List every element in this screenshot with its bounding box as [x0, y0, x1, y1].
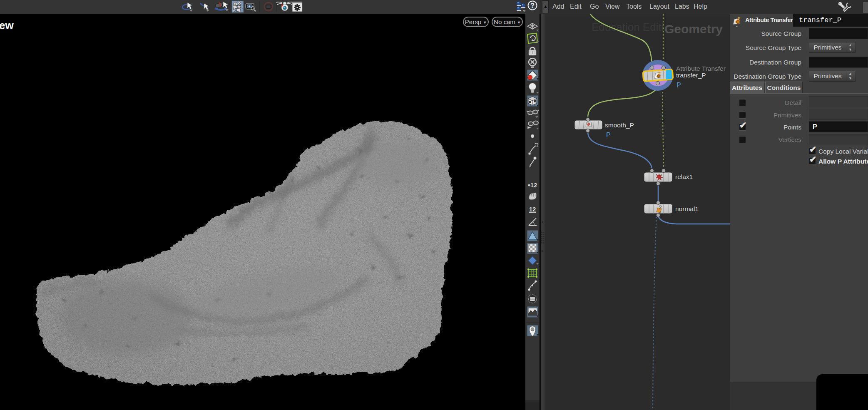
svg-text:transfer_P: transfer_P	[676, 72, 706, 79]
svg-text:P: P	[606, 132, 611, 139]
svg-text:normal1: normal1	[675, 205, 699, 212]
svg-text:P: P	[676, 82, 681, 89]
svg-text:12: 12	[529, 206, 536, 213]
svg-text:12: 12	[530, 181, 537, 189]
svg-text:relax1: relax1	[675, 173, 693, 180]
svg-text:Geometry: Geometry	[664, 22, 723, 36]
svg-text:Education Editi: Education Editi	[592, 21, 664, 33]
svg-text:smooth_P: smooth_P	[605, 122, 634, 129]
svg-text:Attribute Transfer: Attribute Transfer	[676, 65, 726, 72]
svg-text:?: ?	[530, 2, 535, 9]
